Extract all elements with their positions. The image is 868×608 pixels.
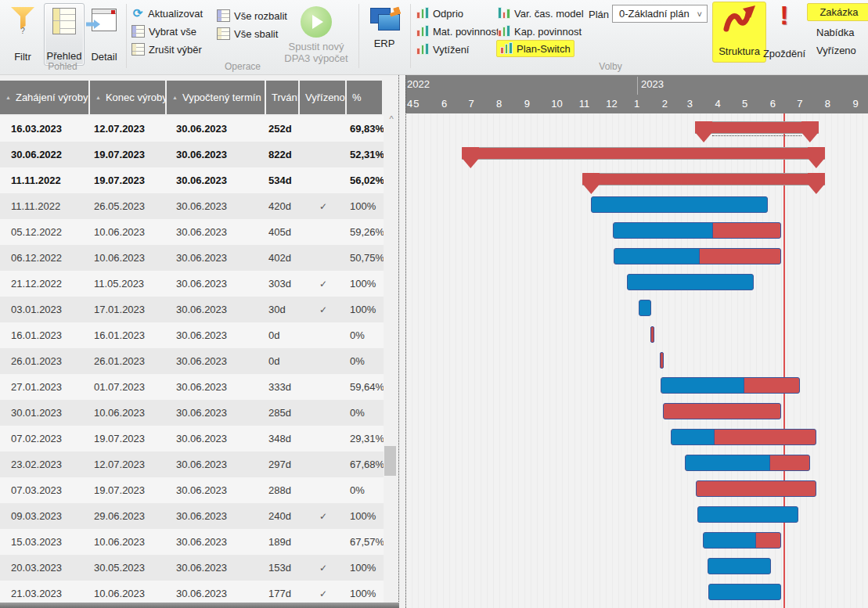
zpozdeni-button[interactable]: ! Zpoždění: [762, 3, 807, 59]
column-header[interactable]: ▲Zahájení výroby: [0, 81, 90, 114]
end-date-cell: 26.01.2023: [90, 355, 167, 367]
bar-chart-icon: [500, 43, 513, 54]
gantt-task-bar[interactable]: [627, 274, 754, 290]
gantt-task-bar[interactable]: [639, 300, 651, 316]
var-cas-model-toggle[interactable]: Var. čas. model: [498, 5, 584, 21]
nabidka-toggle[interactable]: Nabídka: [816, 24, 854, 40]
column-header[interactable]: ▲Vypočtený termín: [167, 81, 266, 114]
gantt-task-bar[interactable]: [708, 584, 781, 600]
table-row[interactable]: 27.01.202301.07.202330.06.2023333d59,64%: [0, 374, 384, 400]
table-row[interactable]: 30.06.202219.07.202330.06.2023822d52,31%: [0, 142, 384, 167]
gantt-task-bar[interactable]: [708, 558, 772, 574]
vyrizeno-toggle[interactable]: Vyřízeno: [816, 42, 856, 58]
table-row[interactable]: 21.12.202211.05.202330.06.2023303d✓100%: [0, 271, 384, 297]
table-row[interactable]: 07.02.202319.07.202330.06.2023348d29,31%: [0, 426, 384, 452]
column-header: %: [347, 81, 384, 114]
column-header: Vyřízeno: [300, 81, 347, 114]
mat-povinnost-toggle[interactable]: Mat. povinnost: [416, 23, 499, 39]
gantt-task-bar[interactable]: [613, 222, 781, 239]
gantt-task-bar[interactable]: [685, 455, 810, 471]
kap-povinnost-toggle[interactable]: Kap. povinnost: [498, 23, 582, 39]
vytizeni-toggle[interactable]: Vytížení: [416, 41, 469, 57]
gantt-summary-bar[interactable]: [582, 173, 825, 185]
gantt-task-bar[interactable]: [614, 248, 781, 264]
zrusit-vyber-button[interactable]: Zrušit výběr: [131, 41, 202, 57]
spustit-dpa3-button[interactable]: Spustit nový DPA3 výpočet: [276, 3, 357, 64]
gantt-task-bar[interactable]: [671, 429, 816, 445]
end-date-cell: 17.01.2023: [90, 304, 167, 315]
gantt-milestone[interactable]: [660, 352, 664, 369]
table-row[interactable]: 11.11.202219.07.202330.06.2023534d56,02%: [0, 167, 384, 193]
start-date-cell: 06.12.2022: [0, 252, 90, 264]
gantt-task-bar[interactable]: [591, 196, 767, 213]
computed-date-cell: 30.06.2023: [167, 123, 266, 135]
gantt-summary-bar[interactable]: [695, 121, 819, 134]
percent-cell: 59,64%: [347, 381, 384, 393]
table-row[interactable]: 07.03.202319.07.202330.06.2023288d0%: [0, 477, 384, 503]
duration-cell: 822d: [266, 149, 300, 160]
filtr-button[interactable]: ? Filtr: [5, 3, 41, 63]
table-row[interactable]: 23.02.202312.07.202330.06.2023297d67,68%: [0, 452, 384, 477]
table-row[interactable]: 26.01.202326.01.202330.06.20230d0%: [0, 348, 384, 374]
end-date-cell: 19.07.2023: [90, 149, 167, 160]
computed-date-cell: 30.06.2023: [167, 355, 266, 367]
chevron-down-icon: ˅: [697, 9, 702, 19]
vertical-scrollbar-thumb[interactable]: [384, 446, 396, 476]
gantt-month-band: 456789101112123456789: [405, 95, 868, 113]
percent-cell: 50,75%: [347, 252, 384, 264]
bar-chart-icon: [416, 26, 429, 37]
struktura-button[interactable]: Struktura: [712, 2, 766, 63]
gantt-task-bar[interactable]: [661, 377, 800, 394]
gantt-summary-bar[interactable]: [462, 147, 825, 160]
sort-asc-icon: ▲: [95, 95, 101, 100]
table-row[interactable]: 03.01.202317.01.202330.06.202330d✓100%: [0, 297, 384, 322]
ribbon-separator: [126, 4, 127, 68]
column-header[interactable]: ▲Konec výroby: [90, 81, 167, 114]
end-date-cell: 10.06.2023: [90, 226, 167, 238]
table-row[interactable]: 11.11.202226.05.202330.06.2023420d✓100%: [0, 193, 384, 219]
bar-chart-icon: [498, 26, 510, 37]
table-row[interactable]: 30.01.202310.06.202330.06.2023285d0%: [0, 400, 384, 426]
start-date-cell: 05.12.2022: [0, 226, 90, 238]
aktualizovat-button[interactable]: ⟳ Aktualizovat: [131, 5, 203, 21]
percent-cell: 0%: [347, 407, 384, 419]
gantt-task-bar[interactable]: [703, 532, 781, 549]
gantt-task-bar[interactable]: [663, 403, 781, 419]
table-row[interactable]: 05.12.202210.06.202330.06.2023405d59,26%: [0, 219, 384, 245]
panel-splitter[interactable]: [398, 74, 406, 608]
duration-cell: 30d: [266, 304, 300, 315]
scroll-up-arrow-icon[interactable]: ^: [386, 115, 397, 124]
table-row[interactable]: 16.03.202312.07.202330.06.2023252d69,83%: [0, 116, 384, 142]
month-label: 8: [496, 98, 502, 110]
column-header-label: Zahájení výroby: [16, 92, 88, 103]
odprio-toggle[interactable]: Odprio: [416, 5, 463, 21]
month-label: 5: [742, 98, 747, 110]
table-row[interactable]: 16.01.202316.01.202330.06.20230d0%: [0, 322, 384, 348]
vybrat-vse-button[interactable]: Vybrat vše: [131, 23, 196, 39]
gantt-summary-endcap: [695, 121, 712, 142]
select-all-table-icon: [131, 25, 145, 38]
end-date-cell: 19.07.2023: [90, 484, 167, 496]
erp-button[interactable]: ERP: [362, 3, 407, 59]
month-label: 12: [606, 98, 617, 110]
prehled-button[interactable]: Přehled: [44, 3, 85, 66]
bar-chart-icon: [498, 8, 510, 19]
table-row[interactable]: 06.12.202210.06.202330.06.2023402d50,75%: [0, 245, 384, 271]
gantt-milestone[interactable]: [650, 326, 654, 343]
month-label: 7: [797, 98, 802, 110]
vse-sbalit-button[interactable]: Vše sbalit: [217, 26, 278, 41]
table-row[interactable]: 09.03.202329.06.202330.06.2023240d✓100%: [0, 503, 384, 529]
gantt-task-bar[interactable]: [697, 506, 798, 523]
gantt-task-bar[interactable]: [696, 480, 816, 497]
plan-dropdown[interactable]: 0-Základní plán ˅: [612, 5, 708, 23]
detail-button[interactable]: Detail: [86, 3, 122, 63]
horizontal-scrollbar[interactable]: [0, 603, 399, 608]
percent-cell: 67,57%: [347, 536, 384, 548]
gantt-year-band: 20222023: [405, 75, 868, 95]
month-label: 4: [715, 98, 721, 110]
duration-cell: 288d: [266, 484, 300, 496]
plan-switch-toggle[interactable]: Plan-Switch: [496, 40, 574, 57]
zakazka-toggle[interactable]: Zakázka: [807, 3, 868, 21]
table-row[interactable]: 15.03.202310.06.202330.06.2023189d67,57%: [0, 529, 384, 555]
table-row[interactable]: 20.03.202330.05.202330.06.2023153d✓100%: [0, 555, 384, 581]
